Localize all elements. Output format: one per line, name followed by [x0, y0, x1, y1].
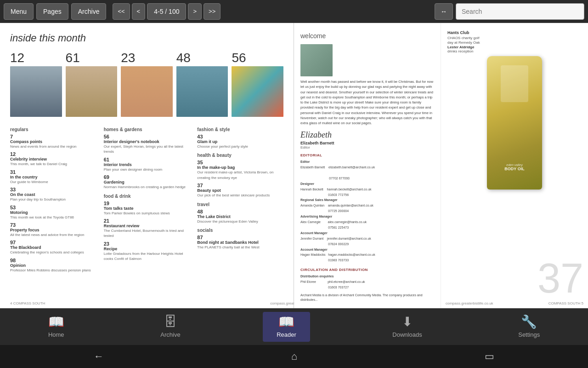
welcome-title: welcome: [300, 32, 434, 40]
circulation-content: Distribution enquiriesPhil Etcree phil.e…: [300, 274, 434, 290]
large-page-number: 37: [537, 258, 583, 299]
reader-icon: 📖: [278, 316, 294, 328]
contents-grid: regulars 7Compass pointsNews and events …: [10, 123, 283, 275]
settings-label: Settings: [518, 331, 540, 338]
thumb-item-2: 61: [66, 52, 118, 117]
system-bar: ← ⌂ ▭: [0, 345, 588, 368]
back-button[interactable]: ←: [85, 347, 113, 366]
thumb-item-3: 23: [121, 52, 173, 117]
hants-desc: drinks reception: [447, 49, 582, 53]
nav-item-downloads[interactable]: ⬇ Downloads: [379, 312, 435, 342]
travel-title: travel: [197, 202, 283, 207]
hants-venue: day at Remedy Oak: [447, 40, 582, 45]
archant-footer: Archant Media is a division of Archant C…: [300, 293, 434, 303]
page-indicator: 4-5 / 100: [147, 3, 186, 20]
thumb-image-2: [66, 66, 118, 117]
pages-button[interactable]: Pages: [36, 3, 68, 20]
left-footer: 4 COMPASS SOUTH: [10, 301, 45, 305]
homes-section: homes & gardens 56Interior designer's no…: [104, 123, 190, 275]
toc-item: 69GardeningNorman Hammbrooks on creating…: [104, 174, 190, 190]
nav-first-button[interactable]: <<: [113, 3, 130, 20]
homes-title: homes & gardens: [104, 127, 190, 132]
thumb-item-4: 48: [176, 52, 228, 117]
toc-item: 98OpinionProfessor Miles Robbins discuss…: [10, 258, 96, 273]
hants-club-title: Hants Club: [447, 30, 582, 35]
socials-title: socials: [197, 228, 283, 233]
regulars-title: regulars: [10, 127, 96, 132]
search-input[interactable]: [456, 3, 584, 20]
right-footer: COMPASS SOUTH 5: [548, 301, 583, 305]
health-title: health & beauty: [197, 153, 283, 158]
archive-icon: 🗄: [164, 316, 177, 328]
reader-label: Reader: [277, 331, 296, 338]
nav-item-settings[interactable]: 🔧 Settings: [504, 312, 554, 342]
right-footer-url: compass.greaterbistlife.co.uk: [446, 301, 493, 305]
page-title: inside this month: [10, 32, 283, 44]
recent-button[interactable]: ▭: [475, 347, 503, 366]
nav-last-button[interactable]: >>: [204, 3, 220, 20]
toc-item: 73Property focusAll the latest news and …: [10, 222, 96, 237]
nav-item-home[interactable]: 📖 Home: [34, 312, 78, 342]
toc-item: 35In the make-up bagOur resident make-up…: [197, 160, 283, 180]
editor-photo: [300, 44, 333, 76]
archive-button[interactable]: Archive: [71, 3, 107, 20]
toc-item: 61Interior trendsPlan your own designer …: [104, 157, 190, 172]
settings-icon: 🔧: [521, 316, 537, 328]
toc-item: 37Beauty spotOur pick of the best winter…: [197, 183, 283, 198]
nav-item-reader[interactable]: 📖 Reader: [263, 312, 310, 342]
thumb-number-5: 56: [232, 52, 283, 64]
home-button[interactable]: ⌂: [282, 347, 306, 366]
editor-signature: Elizabeth: [300, 130, 434, 140]
thumb-image-3: [121, 66, 173, 117]
thumb-image-4: [176, 66, 228, 117]
downloads-icon: ⬇: [402, 316, 413, 328]
downloads-label: Downloads: [392, 331, 422, 338]
nav-next-button[interactable]: >: [188, 3, 202, 20]
toc-item: 53MotoringThis month we look at the Toyo…: [10, 205, 96, 220]
editor-role: Editor: [300, 145, 434, 150]
thumb-number-3: 23: [121, 52, 173, 64]
editorial-section: EDITORIAL EditorElizabeth Barnett elizab…: [300, 153, 434, 303]
toc-item: 97The BlackboardCelebrating the region's…: [10, 240, 96, 255]
home-label: Home: [48, 331, 64, 338]
toc-item: 23RecipeLotte Gratadours from the Harbou…: [104, 241, 190, 262]
thumbnail-row: 12 61 23 48 56: [10, 52, 283, 117]
magazine-spread: inside this month 12 61 23 48: [0, 23, 588, 308]
menu-button[interactable]: Menu: [4, 3, 34, 20]
fit-button[interactable]: ↔: [435, 3, 453, 20]
toc-item: 12Celebrity interviewThis month, we talk…: [10, 151, 96, 167]
left-footer-url: compass.greaterbistlife.co.uk: [270, 301, 294, 305]
food-title: food & drink: [104, 194, 190, 199]
editorial-content: EditorElizabeth Barnett elizabeth.barnet…: [300, 159, 434, 263]
hants-person: Lester Aldridge: [447, 45, 582, 49]
right-page: welcome Well another month has passed an…: [294, 23, 588, 308]
thumb-number-1: 12: [10, 52, 62, 64]
nav-prev-button[interactable]: <: [132, 3, 146, 20]
thumb-item-5: 56: [232, 52, 283, 117]
nav-group: << < 4-5 / 100 > >>: [113, 3, 220, 20]
editor-name: Elizabeth Barnett: [300, 141, 434, 145]
thumb-number-4: 48: [176, 52, 228, 64]
toc-item: 33On the coastPlan your day trip to Sout…: [10, 187, 96, 202]
toc-item: 87Bond night at Sandbanks HotelThe PLANE…: [197, 235, 283, 250]
toc-item: 7Compass pointsNews and events from arou…: [10, 134, 96, 149]
left-page: inside this month 12 61 23 48: [0, 23, 294, 308]
circulation-heading: CIRCULATION AND DISTRIBUTION: [300, 268, 434, 272]
thumb-item-1: 12: [10, 52, 62, 117]
home-icon: 📖: [48, 316, 64, 328]
fashion-title: fashion & style: [197, 127, 283, 132]
product-bottle: eden valley BODY OIL: [487, 56, 542, 190]
bottom-nav: 📖 Home 🗄 Archive 📖 Reader ⬇ Downloads 🔧 …: [0, 308, 588, 345]
toolbar: Menu Pages Archive << < 4-5 / 100 > >> ↔: [0, 0, 588, 23]
thumb-number-2: 61: [66, 52, 118, 64]
thumb-image-1: [10, 66, 62, 117]
toc-item: 56Interior designer's notebookOur expert…: [104, 134, 190, 155]
hants-chaos-title: CHAOS charity golf: [447, 36, 582, 40]
toc-item: 21Restaurant reviewThe Cumberland Hotel,…: [104, 218, 190, 239]
toc-item: 19Tom talks tasteTom Parker Bowles on su…: [104, 201, 190, 216]
toc-item: 48The Lake DistrictDiscover the pictures…: [197, 209, 283, 224]
product-column: Hants Club CHAOS charity golf day at Rem…: [441, 23, 588, 308]
magazine-spread-container: inside this month 12 61 23 48: [0, 23, 588, 308]
welcome-text: Well another month has passed and before…: [300, 79, 434, 126]
nav-item-archive[interactable]: 🗄 Archive: [147, 312, 194, 342]
